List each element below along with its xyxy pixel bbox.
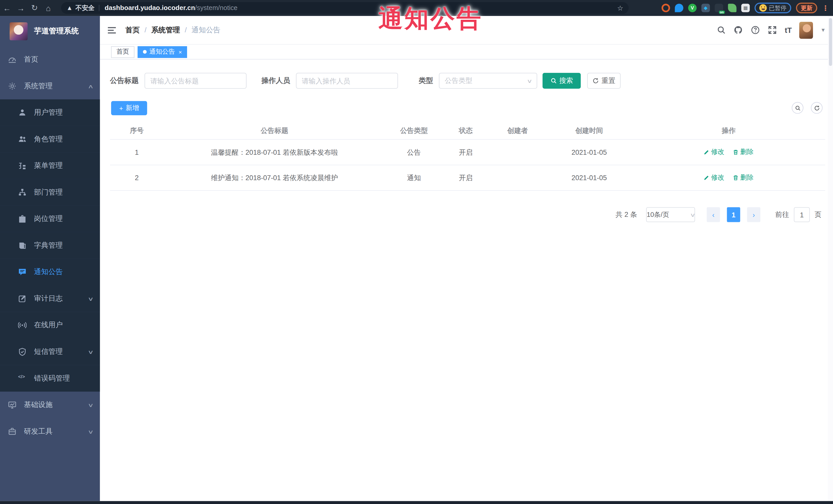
- chat-icon: [18, 268, 26, 277]
- search-icon[interactable]: [717, 25, 726, 34]
- header-actions: tT ▼: [717, 22, 833, 39]
- gear-icon: [8, 82, 17, 90]
- font-size-icon[interactable]: tT: [785, 26, 792, 34]
- screen: ← → ↻ ⌂ ▲ 不安全 dashboard.yudao.iocoder.cn…: [0, 0, 833, 504]
- app-logo[interactable]: 芋道管理系统: [0, 16, 100, 46]
- refresh-button[interactable]: [811, 102, 823, 114]
- search-button[interactable]: 搜索: [543, 73, 581, 89]
- chevron-down-icon: ∨: [88, 296, 94, 302]
- sidebar-item-users[interactable]: 用户管理: [0, 99, 100, 126]
- scrollbar[interactable]: [828, 16, 833, 501]
- app-title: 芋道管理系统: [34, 26, 79, 36]
- sidebar-item-dictionary[interactable]: 字典管理: [0, 232, 100, 259]
- sidebar-item-posts[interactable]: 岗位管理: [0, 206, 100, 232]
- show-search-button[interactable]: [792, 102, 804, 114]
- breadcrumb-home[interactable]: 首页: [125, 25, 140, 34]
- edit-link[interactable]: 修改: [704, 173, 724, 182]
- pagination-total: 共 2 条: [616, 210, 637, 219]
- active-tab-dot: [143, 50, 146, 54]
- profile-paused-badge[interactable]: 已暂停: [755, 3, 791, 13]
- page-size-select[interactable]: 10条/页 ∨: [646, 207, 695, 222]
- url-path: /system/notice: [195, 4, 237, 12]
- extension-icon[interactable]: V: [688, 4, 696, 12]
- pencil-icon: [704, 175, 710, 181]
- briefcase-icon: [18, 215, 26, 223]
- reload-icon[interactable]: ↻: [28, 3, 42, 13]
- sidebar-item-notices[interactable]: 通知公告: [0, 259, 100, 285]
- extension-leaf-icon[interactable]: [728, 4, 737, 12]
- user-avatar[interactable]: [799, 22, 813, 39]
- extension-icon[interactable]: ◆: [701, 4, 710, 12]
- github-icon[interactable]: [734, 25, 743, 34]
- page-unit-label: 页: [814, 210, 822, 219]
- pencil-icon: [704, 149, 710, 155]
- goto-page-input[interactable]: [794, 207, 810, 222]
- chevron-down-icon: ∨: [690, 212, 695, 218]
- browser-toolbar: ← → ↻ ⌂ ▲ 不安全 dashboard.yudao.iocoder.cn…: [0, 0, 833, 16]
- omnibox-divider: [99, 5, 99, 11]
- sidebar-item-menus[interactable]: 菜单管理: [0, 152, 100, 179]
- extension-on-icon[interactable]: on: [715, 4, 723, 12]
- extension-icon[interactable]: [662, 4, 670, 12]
- code-icon: </>: [18, 374, 26, 383]
- current-page-button[interactable]: 1: [727, 207, 740, 222]
- notice-title-input[interactable]: [144, 73, 246, 89]
- prev-page-button[interactable]: ‹: [707, 207, 720, 222]
- breadcrumb-system[interactable]: 系统管理: [151, 25, 180, 34]
- trash-icon: [733, 175, 739, 181]
- refresh-icon: [593, 77, 599, 84]
- sidebar-item-departments[interactable]: 部门管理: [0, 179, 100, 206]
- delete-link[interactable]: 删除: [733, 148, 754, 157]
- delete-link[interactable]: 删除: [733, 173, 754, 182]
- edit-link[interactable]: 修改: [704, 148, 724, 157]
- close-tab-icon[interactable]: ×: [178, 48, 182, 55]
- tab-home[interactable]: 首页: [111, 46, 135, 58]
- notice-title-label: 公告标题: [110, 76, 139, 86]
- tags-view: 首页 通知公告 ×: [100, 45, 833, 59]
- browser-extensions: V ◆ on ▦ 已暂停 更新 ⋮: [662, 0, 833, 16]
- sidebar-item-infrastructure[interactable]: 基础设施 ∨: [0, 391, 100, 418]
- fullscreen-icon[interactable]: [768, 25, 777, 34]
- next-page-button[interactable]: ›: [747, 207, 760, 222]
- home-icon[interactable]: ⌂: [42, 3, 55, 12]
- tab-notices[interactable]: 通知公告 ×: [138, 46, 187, 58]
- table-header-row: 序号 公告标题 公告类型 状态 创建者 创建时间 操作: [110, 122, 825, 140]
- logo-image: [9, 22, 27, 40]
- table-row: 1 温馨提醒：2018-07-01 若依新版本发布啦 公告 开启 2021-01…: [110, 140, 825, 165]
- notices-table: 序号 公告标题 公告类型 状态 创建者 创建时间 操作 1 温馨提醒：2018-…: [110, 122, 825, 191]
- help-icon[interactable]: [751, 25, 760, 34]
- sidebar-item-online-users[interactable]: 在线用户: [0, 312, 100, 338]
- sidebar-item-system[interactable]: 系统管理 ∧: [0, 73, 100, 100]
- sidebar-toggle-icon[interactable]: [100, 27, 121, 33]
- url-host: dashboard.yudao.iocoder.cn: [105, 4, 195, 12]
- avatar-caret-icon[interactable]: ▼: [820, 27, 826, 33]
- operator-input[interactable]: [296, 73, 398, 89]
- sidebar-item-sms[interactable]: 短信管理 ∨: [0, 338, 100, 365]
- sidebar-item-dev-tools[interactable]: 研发工具 ∨: [0, 418, 100, 445]
- chevron-down-icon: ∨: [88, 429, 94, 434]
- avatar-emoji-icon: [759, 4, 767, 12]
- extension-pin-icon[interactable]: [675, 4, 683, 12]
- address-bar[interactable]: ▲ 不安全 dashboard.yudao.iocoder.cn /system…: [61, 2, 628, 14]
- chevron-down-icon: ∨: [88, 349, 94, 355]
- bookmark-star-icon[interactable]: ☆: [617, 4, 623, 12]
- sidebar-item-home[interactable]: 首页: [0, 46, 100, 73]
- back-icon[interactable]: ←: [0, 3, 14, 12]
- sidebar-item-error-codes[interactable]: </> 错误码管理: [0, 365, 100, 392]
- browser-menu-icon[interactable]: ⋮: [822, 4, 829, 12]
- type-select[interactable]: 公告类型 ∨: [439, 73, 537, 89]
- operator-label: 操作人员: [262, 76, 290, 86]
- sidebar-item-roles[interactable]: 角色管理: [0, 126, 100, 153]
- menu-tree-icon: [18, 162, 26, 170]
- add-button[interactable]: + 新增: [111, 101, 147, 115]
- table-row: 2 维护通知：2018-07-01 若依系统凌晨维护 通知 开启 2021-01…: [110, 165, 825, 191]
- chrome-update-button[interactable]: 更新: [796, 3, 817, 13]
- chevron-down-icon: ∨: [88, 402, 94, 408]
- forward-icon[interactable]: →: [14, 3, 28, 12]
- main-content: 公告标题 操作人员 类型 公告类型 ∨ 搜索 重置 + 新增: [100, 59, 833, 501]
- sidebar-item-audit-log[interactable]: 审计日志 ∨: [0, 285, 100, 312]
- extensions-puzzle-icon[interactable]: ▦: [741, 4, 749, 12]
- reset-button[interactable]: 重置: [587, 73, 620, 89]
- toolbox-icon: [8, 427, 17, 436]
- security-label[interactable]: 不安全: [75, 3, 95, 12]
